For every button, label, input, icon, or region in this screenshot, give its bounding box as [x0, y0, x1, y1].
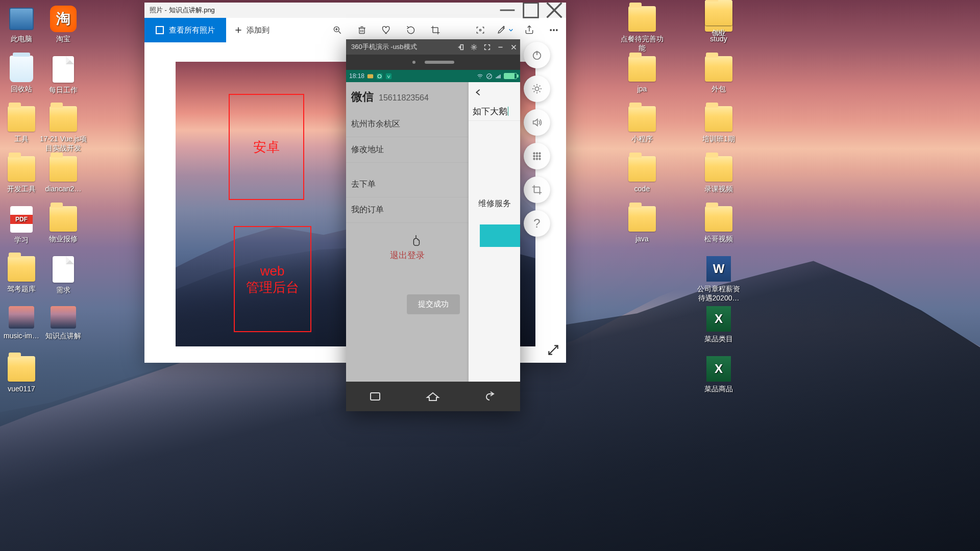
desktop-icon[interactable]: 需求 — [39, 256, 88, 295]
desktop-icon[interactable]: java — [618, 206, 667, 243]
no-sim-icon — [485, 72, 493, 80]
phone-close-icon[interactable] — [507, 39, 520, 55]
overlay-back-button[interactable] — [469, 82, 520, 103]
add-to-button[interactable]: 添加到 — [226, 18, 278, 42]
gallery-icon — [156, 26, 164, 34]
svg-rect-59 — [376, 73, 382, 79]
edit-address-row[interactable]: 修改地址 — [346, 137, 468, 163]
desktop-icon[interactable]: vue0117 — [0, 356, 46, 393]
phone-settings-icon[interactable] — [467, 39, 480, 55]
svg-point-30 — [535, 87, 538, 90]
svg-point-54 — [473, 46, 475, 48]
desktop-icon[interactable]: 松哥视频 — [694, 206, 743, 244]
overlay-text-input[interactable]: 如下大鹅 — [469, 103, 520, 121]
desktop-icon-label: jpa — [618, 85, 667, 93]
svg-rect-1 — [524, 3, 538, 18]
help-button[interactable]: ? — [524, 210, 550, 237]
desktop-icon[interactable]: 知识点讲解 — [39, 306, 88, 341]
view-all-photos-button[interactable]: 查看所有照片 — [144, 18, 226, 42]
desktop-icon[interactable]: jpa — [618, 56, 667, 93]
nav-home-button[interactable] — [425, 391, 440, 402]
keypad-button[interactable] — [524, 143, 550, 169]
address-row[interactable]: 杭州市余杭区 — [346, 112, 468, 137]
go-order-row[interactable]: 去下单 — [346, 172, 468, 197]
minimize-button[interactable] — [496, 3, 519, 18]
desktop-icon-label: 培训班1期 — [694, 135, 743, 144]
phone-minimize-icon[interactable] — [494, 39, 507, 55]
svg-marker-70 — [427, 393, 438, 400]
svg-point-42 — [539, 153, 541, 154]
desktop-icon-label: 创业 — [694, 29, 743, 38]
desktop-icon[interactable]: code — [618, 156, 667, 193]
svg-point-24 — [550, 30, 552, 31]
signal-icon — [495, 72, 502, 80]
desktop-icon[interactable]: 物业报修 — [39, 206, 88, 244]
question-icon: ? — [533, 216, 540, 231]
desktop-icon[interactable]: 菜品类目 — [694, 306, 743, 344]
desktop-icon[interactable]: 小程序 — [618, 106, 667, 144]
share-icon[interactable] — [517, 18, 542, 42]
phone-screen[interactable]: 18:18 V 微信 15611823564 杭州市余杭区 修改地址 去下单 我… — [346, 70, 520, 382]
desktop-icon[interactable]: 公司章程薪资待遇20200… — [694, 256, 743, 303]
android-status-bar: 18:18 V — [346, 70, 520, 82]
brightness-button[interactable] — [524, 76, 550, 102]
desktop-icon[interactable]: diancan2… — [39, 156, 88, 193]
nav-recent-button[interactable] — [368, 391, 383, 402]
phone-login-icon[interactable] — [454, 39, 467, 55]
nav-back-button[interactable] — [483, 391, 499, 402]
svg-line-37 — [534, 91, 535, 92]
edit-dropdown[interactable] — [493, 18, 517, 42]
mouse-cursor-icon — [410, 234, 422, 247]
photos-title: 照片 - 知识点讲解.png — [150, 6, 215, 15]
maximize-button[interactable] — [519, 3, 543, 18]
annotation-web-label: web管理后台 — [246, 263, 299, 296]
photos-toolbar: 查看所有照片 添加到 — [144, 18, 566, 42]
desktop-icon[interactable]: 淘淘宝 — [39, 6, 88, 44]
svg-point-45 — [539, 156, 541, 157]
svg-point-25 — [553, 30, 555, 31]
desktop-icon-label: 物业报修 — [39, 235, 88, 244]
desktop-icon[interactable]: 外包 — [694, 56, 743, 94]
desktop-icon[interactable]: 创业 — [694, 0, 743, 38]
desktop-icon-label: java — [618, 235, 667, 243]
favorite-icon[interactable] — [374, 18, 399, 42]
desktop-icon[interactable]: 每日工作 — [39, 56, 88, 95]
volume-button[interactable] — [524, 109, 550, 136]
zoom-icon[interactable] — [325, 18, 350, 42]
desktop-icon[interactable]: 菜品商品 — [694, 356, 743, 394]
add-to-label: 添加到 — [247, 26, 270, 35]
rotate-icon[interactable] — [399, 18, 423, 42]
phone-fullscreen-icon[interactable] — [480, 39, 494, 55]
desktop-icon[interactable]: 录课视频 — [694, 156, 743, 194]
magic-edit-icon — [496, 25, 506, 35]
phone-mirror-titlebar[interactable]: 360手机演示 -usb模式 — [346, 39, 520, 55]
crop-icon[interactable] — [423, 18, 448, 42]
expand-icon[interactable] — [547, 343, 560, 357]
power-button[interactable] — [524, 42, 550, 68]
svg-line-27 — [549, 345, 557, 354]
desktop-icon-label: 点餐待完善功能 — [618, 35, 667, 53]
svg-rect-58 — [367, 74, 373, 78]
svg-marker-39 — [533, 119, 537, 126]
desktop-icon-label: 每日工作 — [39, 86, 88, 95]
overlay-submit-button[interactable] — [480, 224, 520, 247]
overlay-service-label[interactable]: 维修服务 — [469, 192, 520, 215]
desktop-icon-label: 录课视频 — [694, 185, 743, 194]
profile-phone: 15611823564 — [379, 93, 429, 103]
close-button[interactable] — [543, 3, 566, 18]
annotation-web-box: web管理后台 — [234, 226, 311, 332]
desktop-icon-label: 知识点讲解 — [39, 332, 88, 341]
logout-button[interactable]: 退出登录 — [346, 243, 468, 267]
photos-titlebar[interactable]: 照片 - 知识点讲解.png — [144, 3, 566, 18]
screenshot-crop-button[interactable] — [524, 177, 550, 203]
svg-line-36 — [540, 91, 541, 92]
more-icon[interactable] — [542, 18, 566, 42]
desktop-icon[interactable]: 培训班1期 — [694, 106, 743, 144]
desktop-icon[interactable]: 17-21 Vue.js项目实战开发 — [39, 106, 88, 153]
my-orders-row[interactable]: 我的订单 — [346, 197, 468, 223]
delete-icon[interactable] — [350, 18, 374, 42]
search-visual-icon[interactable] — [468, 18, 493, 42]
svg-rect-68 — [499, 74, 500, 78]
svg-point-46 — [533, 158, 535, 160]
desktop-icon[interactable]: 点餐待完善功能 — [618, 6, 667, 53]
